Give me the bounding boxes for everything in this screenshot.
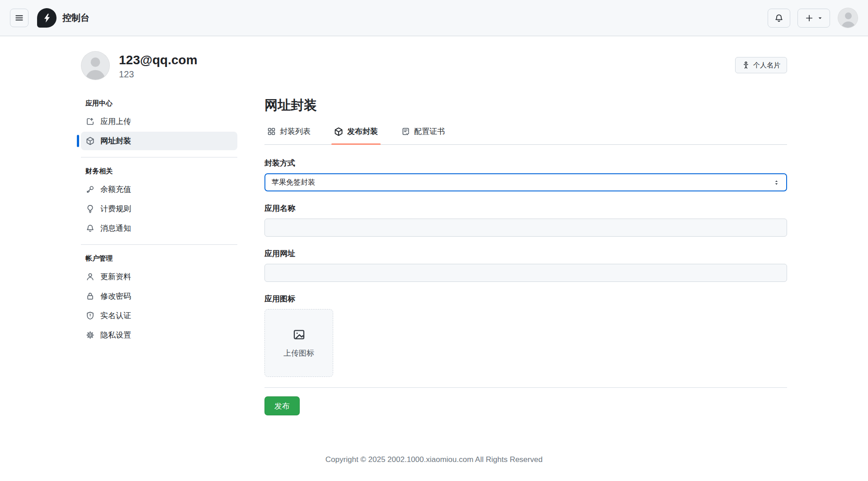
sidebar-divider [81,244,237,245]
user-avatar[interactable] [838,8,858,28]
person-icon [86,272,94,281]
sidebar-item-label: 消息通知 [100,223,131,233]
create-new-button[interactable] [797,9,830,28]
package-method-select[interactable]: 苹果免签封装 [264,173,787,191]
shield-icon [86,311,94,320]
package-icon [86,137,94,145]
sidebar-item-label: 余额充值 [100,184,131,195]
tab-label: 封装列表 [280,126,311,137]
package-icon [334,127,343,136]
tab-configure-certificate[interactable]: 配置证书 [399,125,448,144]
profile-header: 123@qq.com 123 个人名片 [81,36,787,80]
sidebar-item-label: 实名认证 [100,310,131,321]
sidebar-item-label: 更新资料 [100,271,131,282]
upload-icon [86,117,94,126]
sidebar-item-label: 修改密码 [100,291,131,301]
personal-card-button[interactable]: 个人名片 [735,57,787,73]
tab-label: 配置证书 [414,126,445,137]
sidebar-item-url-package[interactable]: 网址封装 [81,132,237,150]
icon-upload-dropzone[interactable]: 上传图标 [264,309,333,377]
sidebar-item-label: 网址封装 [100,136,131,146]
tab-bar: 封装列表 发布封装 [264,125,787,145]
page-title: 网址封装 [264,96,787,114]
tab-package-list[interactable]: 封装列表 [264,125,313,144]
tab-label: 发布封装 [347,126,378,137]
form-divider [264,387,787,388]
app-name-input[interactable] [264,219,787,237]
person-standing-icon [742,61,750,69]
notifications-button[interactable] [768,9,790,28]
sidebar-item-balance-recharge[interactable]: 余额充值 [81,180,237,199]
lightbulb-icon [86,205,94,213]
sidebar-divider [81,157,237,157]
personal-card-label: 个人名片 [753,61,780,70]
app-url-input[interactable] [264,264,787,282]
profile-avatar [81,51,110,80]
select-arrows-icon [773,179,780,186]
sidebar-item-label: 隐私设置 [100,330,131,340]
package-method-value: 苹果免签封装 [272,178,315,187]
hamburger-icon [15,14,24,22]
publish-button[interactable]: 发布 [264,396,300,415]
sidebar-item-label: 应用上传 [100,116,131,127]
image-icon [292,328,306,341]
plus-icon [805,14,813,22]
bell-icon [86,224,94,233]
lightning-icon [42,13,52,23]
sidebar-item-update-profile[interactable]: 更新资料 [81,267,237,286]
key-icon [86,185,94,194]
app-url-label: 应用网址 [264,248,787,259]
profile-email: 123@qq.com [119,52,198,68]
caret-down-icon [817,15,823,21]
copyright-footer: Copyright © 2025 2002.1000.xiaomiou.com … [81,455,787,481]
sidebar-item-app-upload[interactable]: 应用上传 [81,112,237,131]
sidebar-item-label: 计费规则 [100,204,131,214]
app-name-label: 应用名称 [264,203,787,214]
grid-icon [267,127,276,136]
sidebar-item-change-password[interactable]: 修改密码 [81,287,237,305]
sidebar-section-app-center: 应用中心 [81,96,237,112]
tab-publish-package[interactable]: 发布封装 [331,125,381,144]
app-icon-label: 应用图标 [264,294,787,304]
sidebar-item-billing-rules[interactable]: 计费规则 [81,200,237,218]
package-method-label: 封装方式 [264,158,787,168]
bell-icon [774,14,783,23]
publish-form: 封装方式 苹果免签封装 应用名称 [264,158,787,415]
sidebar-item-privacy-settings[interactable]: 隐私设置 [81,326,237,344]
app-title: 控制台 [62,12,90,24]
sidebar-section-account: 帐户管理 [81,252,237,267]
gear-icon [86,331,94,339]
lock-icon [86,292,94,300]
sidebar-item-identity-verification[interactable]: 实名认证 [81,306,237,325]
top-header: 控制台 [0,0,868,36]
app-logo[interactable] [37,8,57,28]
sidebar-section-finance: 财务相关 [81,164,237,180]
main-content: 网址封装 封装列表 [264,96,787,415]
sidebar-item-notifications[interactable]: 消息通知 [81,219,237,238]
upload-icon-text: 上传图标 [283,348,314,358]
sidebar-nav: 应用中心 应用上传 网址封装 [81,96,237,345]
profile-username: 123 [119,69,198,80]
file-check-icon [401,127,410,136]
menu-button[interactable] [10,9,28,27]
